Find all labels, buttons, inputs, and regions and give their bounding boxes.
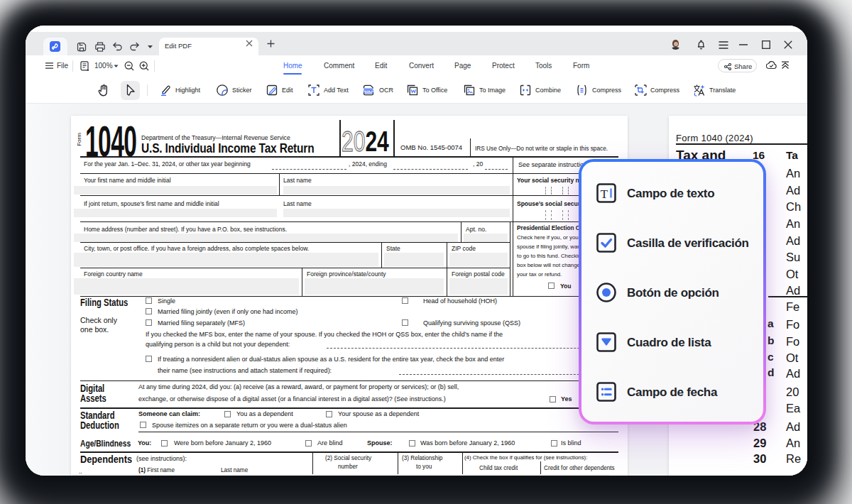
svg-text:T: T [601, 187, 608, 201]
svg-text:OCR: OCR [365, 89, 371, 93]
